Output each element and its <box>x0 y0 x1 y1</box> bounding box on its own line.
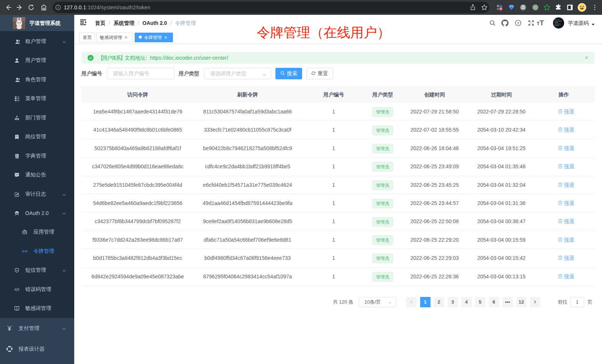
svg-text:?: ? <box>517 21 519 25</box>
svg-text:T: T <box>537 21 540 26</box>
svg-text:9: 9 <box>500 7 501 10</box>
svg-text:T: T <box>540 19 544 27</box>
